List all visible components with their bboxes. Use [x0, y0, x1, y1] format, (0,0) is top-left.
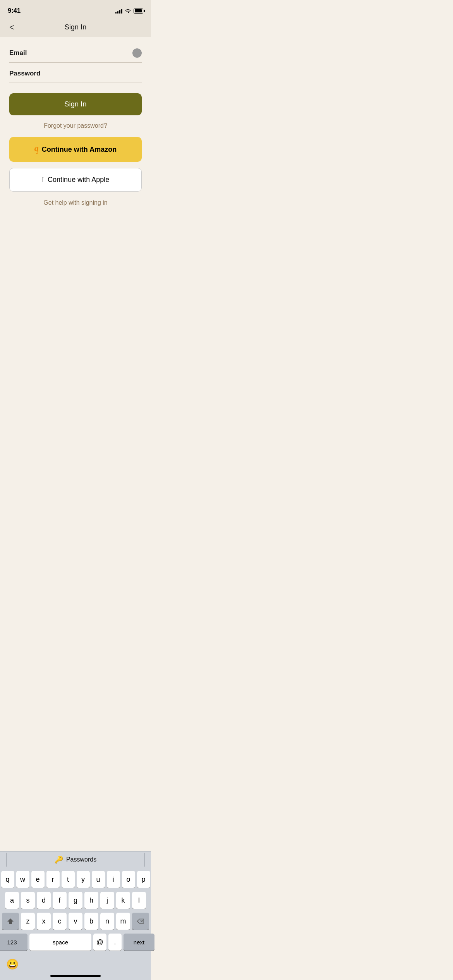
signal-icon: [115, 9, 122, 14]
email-field-container: Email: [9, 48, 142, 63]
battery-icon: [134, 9, 143, 14]
apple-logo-icon: : [42, 175, 45, 184]
back-button[interactable]: <: [8, 21, 16, 34]
password-field-container[interactable]: Password: [9, 70, 142, 82]
email-dot-indicator: [132, 48, 142, 58]
nav-title: Sign In: [65, 23, 87, 31]
main-content: Email Password Sign In Forgot your passw…: [0, 37, 151, 218]
sign-in-button[interactable]: Sign In: [9, 93, 142, 115]
help-signing-in-link[interactable]: Get help with signing in: [9, 199, 142, 206]
status-bar: 9:41: [0, 0, 151, 19]
amazon-button-label: Continue with Amazon: [42, 146, 117, 154]
status-icons: [115, 9, 143, 14]
nav-bar: < Sign In: [0, 19, 151, 37]
email-label: Email: [9, 49, 27, 57]
apple-signin-button[interactable]:  Continue with Apple: [9, 168, 142, 192]
forgot-password-link[interactable]: Forgot your password?: [9, 122, 142, 129]
status-time: 9:41: [8, 7, 21, 15]
amazon-signin-button[interactable]: a ⤵ Continue with Amazon: [9, 137, 142, 162]
password-label: Password: [9, 70, 40, 77]
apple-button-label: Continue with Apple: [48, 176, 109, 184]
wifi-icon: [125, 9, 131, 14]
amazon-logo-icon: a ⤵: [34, 144, 39, 155]
